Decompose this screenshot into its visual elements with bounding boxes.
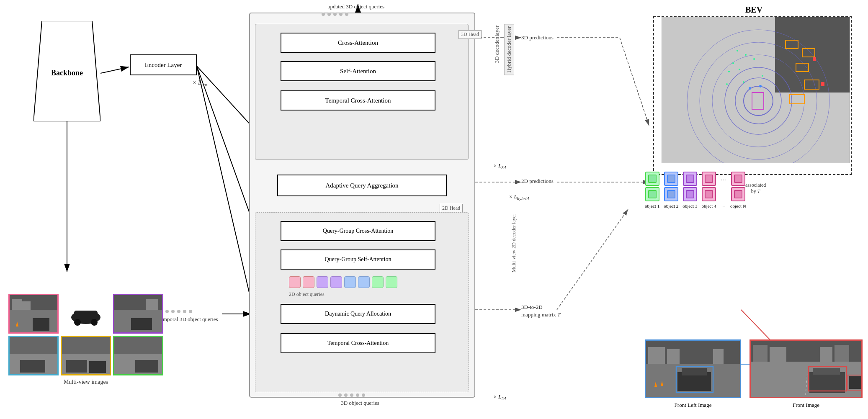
layer-2d-label: Multi-view 2D decoder layer [510, 213, 518, 274]
front-left-img-content [646, 341, 741, 398]
svg-rect-75 [648, 347, 665, 364]
svg-rect-87 [770, 347, 786, 362]
svg-rect-118 [114, 337, 162, 354]
svg-rect-119 [135, 360, 158, 373]
pred-3d-label: 3D predictions [521, 34, 554, 41]
svg-point-55 [739, 69, 740, 70]
object-columns: object 1 object 2 object 3 [645, 172, 746, 208]
svg-point-56 [753, 58, 755, 60]
svg-point-50 [744, 86, 773, 116]
head-3d-label: 3D Head [458, 30, 482, 39]
encoder-label: Encoder Layer [145, 62, 182, 69]
svg-point-59 [762, 75, 763, 77]
svg-rect-108 [146, 299, 158, 310]
query-group-cross-attention-box: Query-Group Cross-Attention [281, 221, 435, 241]
mv-img-6 [113, 336, 163, 375]
l-hybrid: × Lhybrid [509, 193, 529, 201]
dots-top [322, 13, 348, 16]
temporal-cross-attention-2d-box: Temporal Cross-Attention [281, 333, 435, 353]
svg-rect-98 [12, 299, 22, 310]
mv-img-center [61, 294, 111, 334]
object-col-1: object 1 [645, 172, 659, 208]
svg-point-51 [737, 50, 738, 51]
svg-rect-65 [752, 93, 764, 109]
svg-line-3 [197, 66, 251, 301]
front-img-content [751, 341, 863, 398]
svg-rect-68 [813, 57, 816, 61]
front-left-label: Front Left Image [645, 402, 741, 409]
svg-line-0 [100, 67, 129, 73]
l2d-label: × L2d [493, 393, 506, 401]
bev-label: BEV [745, 5, 762, 15]
svg-rect-76 [667, 349, 680, 364]
svg-point-66 [749, 87, 751, 90]
svg-point-104 [74, 319, 81, 326]
multiview-images: Multi-view images [8, 294, 163, 386]
dynamic-query-allocation-box: Daynamic Query Allocation [281, 304, 435, 324]
associated-label: associatedby T [745, 182, 766, 195]
front-image-label: Front Image [750, 402, 863, 409]
svg-rect-69 [821, 82, 824, 86]
svg-point-67 [759, 85, 762, 87]
object-queries-2d-label: 2D object queries [289, 291, 325, 298]
mv-img-4 [8, 336, 59, 375]
self-attention-box: Self-Attention [281, 61, 435, 81]
svg-point-53 [732, 62, 734, 64]
mapping-label: 3D-to-2Dmapping matrix T [521, 303, 560, 319]
object-col-n: object N [730, 172, 746, 208]
svg-rect-77 [713, 349, 724, 364]
svg-point-54 [728, 71, 730, 72]
svg-rect-111 [10, 337, 57, 354]
svg-point-58 [743, 81, 744, 83]
object-col-4: object 4 [701, 172, 716, 208]
layer-3d-box: 3D decoder layer × L3d Cross-Attention S… [255, 24, 469, 160]
svg-point-105 [91, 319, 98, 326]
svg-rect-91 [813, 368, 840, 375]
mv-img-3 [113, 294, 163, 334]
svg-rect-109 [131, 318, 152, 330]
object-col-3: object 3 [683, 172, 697, 208]
svg-rect-89 [820, 347, 832, 362]
diagram-container: Backbone Encoder Layer × Lenc Hybrid dec… [0, 0, 868, 419]
svg-rect-99 [22, 301, 31, 310]
object-col-dots: ··· ··· [721, 172, 726, 208]
svg-rect-112 [20, 360, 45, 373]
svg-rect-90 [809, 372, 845, 393]
svg-rect-115 [66, 360, 87, 373]
svg-rect-103 [74, 311, 98, 319]
svg-rect-100 [33, 318, 49, 331]
svg-rect-93 [849, 376, 862, 389]
hybrid-decoder-label: Hybrid decoder layer [504, 24, 514, 75]
enc-label: × Lenc [193, 80, 208, 87]
query-group-self-attention-box: Query-Group Self-Attention [281, 249, 435, 270]
decoder-outer: Hybrid decoder layer × Lhybrid 3D decode… [249, 13, 475, 398]
l3d-label: × L3d [493, 162, 506, 170]
front-image [750, 339, 863, 398]
svg-text:Backbone: Backbone [51, 69, 83, 77]
svg-point-52 [745, 54, 747, 56]
backbone-shape: Backbone [33, 21, 100, 121]
svg-point-49 [735, 78, 781, 124]
mv-img-1 [8, 294, 59, 334]
object-queries-2d-row [289, 276, 397, 288]
encoder-box: Encoder Layer [130, 54, 197, 75]
svg-rect-116 [89, 361, 106, 373]
svg-rect-88 [835, 345, 849, 362]
svg-line-28 [557, 209, 628, 310]
front-left-image [645, 339, 741, 398]
object-queries-3d-label: 3D object queries [327, 400, 394, 406]
dots-bottom [338, 393, 365, 397]
cross-attention-3d-box: Cross-Attention [281, 33, 435, 53]
svg-line-1 [197, 66, 251, 126]
svg-rect-79 [682, 368, 707, 375]
svg-line-30 [620, 38, 649, 126]
bev-visualization [662, 17, 850, 163]
layer-2d-box: Multi-view 2D decoder layer × L2d Query-… [255, 212, 469, 392]
mv-img-5 [61, 336, 111, 375]
svg-rect-114 [62, 337, 110, 354]
object-col-2: object 2 [664, 172, 678, 208]
updated-queries-label: updated 3D object queries [289, 3, 423, 10]
svg-rect-86 [753, 345, 768, 362]
bev-image [662, 17, 850, 163]
head-2d-label: 2D Head [440, 204, 463, 213]
